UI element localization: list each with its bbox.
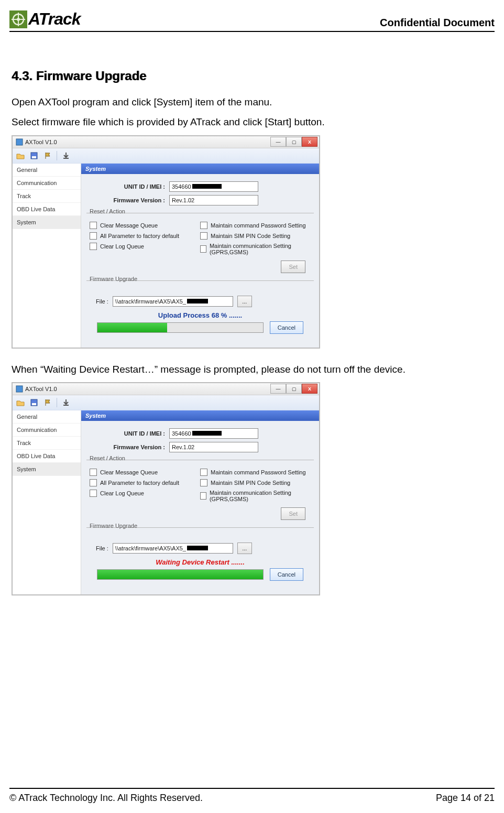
footer-rule [9,788,495,789]
progress-bar [97,569,264,580]
reset-action-group: Reset / Action Clear Message Queue All P… [86,213,314,277]
sidebar-item-track[interactable]: Track [13,437,81,450]
flag-icon[interactable] [43,398,52,407]
minimize-button[interactable]: — [270,137,286,147]
chk-maintain-sim-pin[interactable]: Maintain SIM PIN Code Setting [200,232,311,240]
chk-maintain-comm[interactable]: Maintain communication Setting (GPRS,GSM… [200,243,311,255]
logo-mark-icon [9,10,27,28]
logo-text: ATrack [28,9,81,29]
upload-progress-text: Upload Process 68 % ....... [90,311,311,319]
fw-version-input[interactable]: Rev.1.02 [169,195,258,205]
open-icon[interactable] [16,151,25,160]
axtool-window-2: AXTool V1.0 — ▢ X General Communication [12,382,320,595]
chk-factory-default[interactable]: All Parameter to factory default [90,232,200,240]
panel-system: System UNIT ID / IMEI : 354660 Firmware … [81,164,319,348]
file-path-input[interactable]: \\atrack\firmware\AX5\AX5_ [113,296,233,307]
redacted-bar [192,431,222,436]
firmware-upgrade-group: Firmware Upgrade File : \\atrack\firmwar… [86,280,314,344]
file-label: File : [96,298,108,305]
flag-icon[interactable] [43,151,52,160]
firmware-legend: Firmware Upgrade [89,276,138,282]
file-label: File : [96,545,108,551]
save-icon[interactable] [29,151,39,160]
confidential-label: Confidential Document [380,17,495,29]
maximize-button[interactable]: ▢ [286,384,302,394]
file-path-value: \\atrack\firmware\AX5\AX5_ [115,545,186,551]
unit-id-input[interactable]: 354660 [169,428,258,439]
reset-legend: Reset / Action [89,208,126,214]
header-bar: ATrack Confidential Document [9,9,495,32]
chk-factory-default[interactable]: All Parameter to factory default [90,479,200,486]
footer-row: © ATrack Technology Inc. All Rights Rese… [9,793,495,804]
toolbar [13,148,319,164]
sidebar-item-track[interactable]: Track [13,190,81,203]
save-icon[interactable] [29,398,39,407]
chk-clear-log-queue[interactable]: Clear Log Queue [90,490,200,497]
fw-version-input[interactable]: Rev.1.02 [169,442,258,452]
redacted-bar [187,299,208,303]
chk-maintain-password[interactable]: Maintain command Password Setting [200,469,311,476]
reset-action-group: Reset / Action Clear Message Queue All P… [86,460,314,524]
download-arrow-icon[interactable] [61,398,71,407]
sidebar-item-system[interactable]: System [13,216,81,229]
unit-id-label: UNIT ID / IMEI : [86,183,169,190]
firmware-legend: Firmware Upgrade [89,523,138,529]
fw-version-label: Firmware Version : [86,444,169,450]
chk-maintain-comm[interactable]: Maintain communication Setting (GPRS,GSM… [200,490,311,502]
unit-id-label: UNIT ID / IMEI : [86,430,169,437]
panel-title: System [81,410,319,421]
sidebar-item-communication[interactable]: Communication [13,424,81,437]
paragraph-1: Open AXTool program and click [System] i… [12,94,492,111]
svg-point-4 [17,18,20,21]
download-arrow-icon[interactable] [61,151,71,160]
cancel-button[interactable]: Cancel [270,321,303,334]
browse-button[interactable]: ... [237,543,252,554]
svg-rect-10 [32,403,36,405]
section-heading: 4.3. Firmware Upgrade [12,69,492,83]
chk-clear-log-queue[interactable]: Clear Log Queue [90,243,200,250]
progress-bar [97,322,264,333]
file-path-input[interactable]: \\atrack\firmware\AX5\AX5_ [113,543,233,554]
window-title: AXTool V1.0 [25,386,57,392]
chk-clear-msg-queue[interactable]: Clear Message Queue [90,469,200,476]
file-path-value: \\atrack\firmware\AX5\AX5_ [115,298,186,305]
open-icon[interactable] [16,398,25,407]
unit-id-input[interactable]: 354660 [169,181,258,192]
toolbar-divider [57,151,57,160]
sidebar-item-obd[interactable]: OBD Live Data [13,450,81,463]
toolbar-divider [57,398,57,407]
sidebar-item-general[interactable]: General [13,410,81,424]
close-button[interactable]: X [302,137,317,147]
fw-version-label: Firmware Version : [86,197,169,203]
chk-maintain-password[interactable]: Maintain command Password Setting [200,222,311,229]
sidebar-item-communication[interactable]: Communication [13,177,81,190]
reset-legend: Reset / Action [89,455,126,461]
app-icon [16,138,23,146]
sidebar-item-general[interactable]: General [13,164,81,177]
chk-clear-msg-queue[interactable]: Clear Message Queue [90,222,200,229]
redacted-bar [192,184,222,189]
svg-rect-7 [32,156,36,158]
unit-id-value: 354660 [172,430,191,437]
browse-button[interactable]: ... [237,296,252,307]
close-button[interactable]: X [302,384,317,394]
set-button[interactable]: Set [281,507,305,520]
paragraph-2: Select firmware file which is provided b… [12,114,492,131]
set-button[interactable]: Set [281,261,305,273]
chk-maintain-sim-pin[interactable]: Maintain SIM PIN Code Setting [200,479,311,486]
redacted-bar [187,546,208,550]
firmware-upgrade-group: Firmware Upgrade File : \\atrack\firmwar… [86,527,314,591]
sidebar: General Communication Track OBD Live Dat… [13,410,81,594]
toolbar [13,395,319,410]
waiting-restart-text: Waiting Device Restart ....... [90,558,311,566]
unit-id-value: 354660 [172,183,191,190]
app-icon [16,385,23,393]
maximize-button[interactable]: ▢ [286,137,302,147]
footer-page: Page 14 of 21 [436,793,495,804]
panel-title: System [81,164,319,174]
sidebar-item-system[interactable]: System [13,463,81,476]
cancel-button[interactable]: Cancel [270,568,303,581]
minimize-button[interactable]: — [270,384,286,394]
sidebar-item-obd[interactable]: OBD Live Data [13,203,81,216]
progress-fill [97,323,167,332]
